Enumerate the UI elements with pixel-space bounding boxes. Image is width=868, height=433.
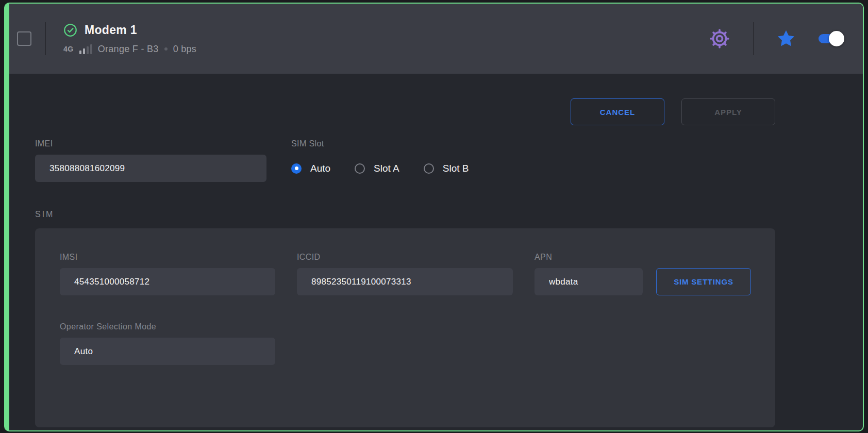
sim-card-row1: IMSI ICCID APN SIM SETTINGS bbox=[60, 253, 750, 295]
modem-title-block: Modem 1 4G Orange F - B3 0 bps bbox=[63, 23, 196, 55]
favorite-star-icon[interactable] bbox=[776, 29, 796, 48]
operator-name: Orange F - B3 bbox=[98, 44, 159, 55]
sim-slot-option-slot-b[interactable]: Slot B bbox=[424, 163, 469, 174]
sim-slot-group: SIM Slot Auto Slot A Slot B bbox=[291, 139, 469, 182]
cancel-button[interactable]: CANCEL bbox=[571, 98, 664, 125]
select-modem-checkbox[interactable] bbox=[17, 31, 31, 46]
sim-settings-button[interactable]: SIM SETTINGS bbox=[656, 268, 751, 295]
iccid-input[interactable] bbox=[297, 268, 513, 295]
imsi-label: IMSI bbox=[60, 253, 275, 262]
sim-slot-label: SIM Slot bbox=[291, 139, 469, 148]
sim-card-row2: Operator Selection Mode bbox=[60, 322, 750, 365]
modem-settings-form: CANCEL APPLY IMEI SIM Slot Auto Slot A bbox=[35, 98, 775, 427]
operator-mode-field-group: Operator Selection Mode bbox=[60, 322, 275, 365]
radio-selected-icon bbox=[291, 163, 302, 174]
imei-simslot-row: IMEI SIM Slot Auto Slot A Slo bbox=[35, 139, 775, 182]
radio-unselected-icon bbox=[355, 163, 365, 174]
iccid-label: ICCID bbox=[297, 253, 513, 262]
form-actions-row: CANCEL APPLY bbox=[35, 98, 775, 125]
apn-field-group: APN bbox=[535, 253, 643, 295]
dot-separator bbox=[164, 47, 168, 51]
header-actions bbox=[709, 22, 863, 55]
toggle-knob bbox=[829, 31, 844, 46]
sim-slot-option-slot-a[interactable]: Slot A bbox=[355, 163, 399, 174]
header-divider-right bbox=[753, 22, 754, 55]
imei-field-group: IMEI bbox=[35, 139, 266, 182]
status-check-circle-icon bbox=[63, 23, 77, 37]
header-divider-left bbox=[45, 22, 46, 55]
modem-panel: Modem 1 4G Orange F - B3 0 bps bbox=[4, 3, 864, 431]
apply-button[interactable]: APPLY bbox=[681, 98, 775, 125]
modem-title: Modem 1 bbox=[85, 23, 137, 37]
sim-slot-radio-row: Auto Slot A Slot B bbox=[291, 155, 469, 182]
signal-bars-icon bbox=[79, 44, 92, 54]
apn-label: APN bbox=[535, 253, 643, 262]
throughput-value: 0 bps bbox=[173, 44, 197, 55]
imsi-field-group: IMSI bbox=[60, 253, 275, 295]
operator-mode-input[interactable] bbox=[60, 338, 275, 365]
modem-header: Modem 1 4G Orange F - B3 0 bps bbox=[9, 4, 863, 74]
imei-input[interactable] bbox=[35, 155, 266, 182]
radio-unselected-icon bbox=[424, 163, 434, 174]
sim-slot-option-auto[interactable]: Auto bbox=[291, 163, 330, 174]
network-tech-label: 4G bbox=[63, 45, 74, 53]
operator-mode-label: Operator Selection Mode bbox=[60, 322, 275, 331]
sim-section-label: SIM bbox=[35, 210, 775, 219]
imei-label: IMEI bbox=[35, 139, 266, 148]
settings-gear-icon[interactable] bbox=[709, 28, 730, 49]
sim-card: IMSI ICCID APN SIM SETTINGS Operator Sel… bbox=[35, 228, 775, 427]
imsi-input[interactable] bbox=[60, 268, 275, 295]
iccid-field-group: ICCID bbox=[297, 253, 513, 295]
modem-enable-toggle[interactable] bbox=[819, 34, 842, 43]
apn-input[interactable] bbox=[535, 268, 643, 295]
